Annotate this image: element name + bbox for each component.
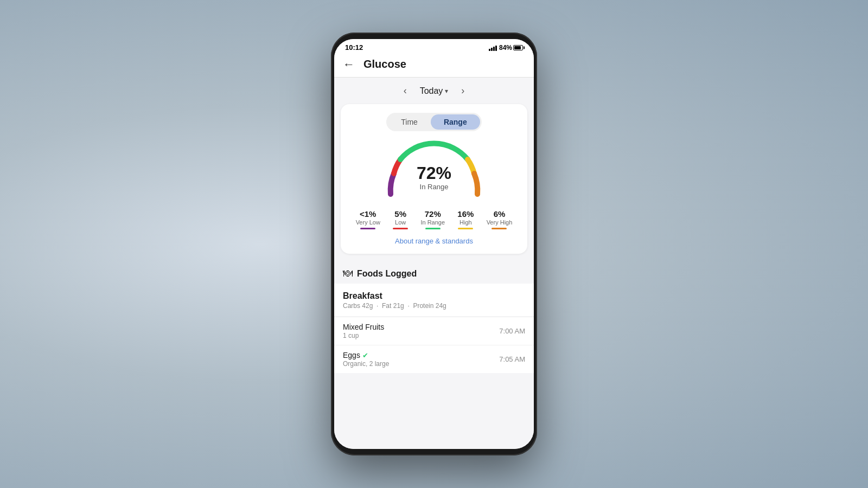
breakfast-title: Breakfast bbox=[343, 291, 525, 301]
stat-low-name: Low bbox=[393, 219, 408, 226]
stat-high: 16% High bbox=[457, 209, 474, 229]
stat-low-pct: 5% bbox=[393, 209, 408, 219]
stat-very-high: 6% Very High bbox=[487, 209, 513, 229]
time-toggle-button[interactable]: Time bbox=[388, 114, 431, 130]
stat-very-low-bar bbox=[360, 228, 375, 229]
date-navigation: ‹ Today ▾ › bbox=[334, 78, 534, 104]
gauge-center-text: 72% In Range bbox=[417, 164, 451, 191]
status-right: 84% bbox=[489, 44, 523, 52]
stat-high-bar bbox=[458, 228, 473, 229]
battery-fill bbox=[514, 46, 521, 49]
breakfast-macros: Carbs 42g · Fat 21g · Protein 24g bbox=[343, 302, 525, 310]
page-header: ← Glucose bbox=[334, 54, 534, 78]
stat-high-pct: 16% bbox=[457, 209, 474, 219]
foods-section-header: 🍽 Foods Logged bbox=[334, 260, 534, 284]
food-item-eggs[interactable]: Eggs ✔ Organic, 2 large 7:05 AM bbox=[334, 345, 534, 373]
status-bar: 10:12 84% bbox=[334, 39, 534, 54]
stat-very-high-name: Very High bbox=[487, 219, 513, 226]
stat-low: 5% Low bbox=[393, 209, 408, 229]
food-item-name-eggs: Eggs ✔ bbox=[343, 351, 389, 359]
food-item-mixed-fruits[interactable]: Mixed Fruits 1 cup 7:00 AM bbox=[334, 317, 534, 345]
food-item-time-eggs: 7:05 AM bbox=[499, 355, 525, 363]
gauge-in-range-label: In Range bbox=[417, 183, 451, 191]
battery-icon bbox=[513, 45, 523, 50]
foods-section-title: Foods Logged bbox=[357, 269, 417, 279]
range-toggle-button[interactable]: Range bbox=[431, 114, 480, 130]
food-item-detail: 1 cup bbox=[343, 332, 384, 339]
gauge-percent: 72% bbox=[417, 164, 451, 182]
stat-very-low: <1% Very Low bbox=[356, 209, 380, 229]
signal-icon bbox=[489, 44, 497, 51]
foods-icon: 🍽 bbox=[343, 268, 353, 279]
stats-row: <1% Very Low 5% Low 72% In Range bbox=[349, 209, 519, 229]
food-item-name: Mixed Fruits bbox=[343, 323, 384, 331]
status-time: 10:12 bbox=[345, 43, 363, 52]
food-item-detail-eggs: Organic, 2 large bbox=[343, 360, 389, 368]
gauge-chart: 72% In Range bbox=[380, 140, 488, 205]
stat-in-range: 72% In Range bbox=[420, 209, 445, 229]
stat-very-high-bar bbox=[492, 228, 507, 229]
back-button[interactable]: ← bbox=[343, 59, 355, 70]
battery-indicator: 84% bbox=[499, 44, 523, 52]
stat-high-name: High bbox=[457, 219, 474, 226]
about-range-link[interactable]: About range & standards bbox=[349, 237, 519, 245]
stat-very-low-pct: <1% bbox=[356, 209, 380, 219]
view-toggle: Time Range bbox=[386, 113, 481, 131]
prev-date-button[interactable]: ‹ bbox=[404, 85, 407, 97]
phone-frame: 10:12 84% ← Glucose bbox=[331, 33, 537, 455]
stat-in-range-pct: 72% bbox=[420, 209, 445, 219]
verified-icon: ✔ bbox=[362, 351, 368, 359]
stat-very-low-name: Very Low bbox=[356, 219, 380, 226]
phone-screen: 10:12 84% ← Glucose bbox=[334, 39, 534, 449]
page-title: Glucose bbox=[363, 58, 406, 70]
stat-low-bar bbox=[393, 228, 408, 229]
stat-in-range-bar bbox=[425, 228, 441, 229]
breakfast-group: Breakfast Carbs 42g · Fat 21g · Protein … bbox=[334, 284, 534, 316]
date-dropdown-icon: ▾ bbox=[445, 87, 448, 95]
food-item-time: 7:00 AM bbox=[499, 327, 525, 335]
date-text: Today bbox=[420, 86, 443, 96]
battery-pct: 84% bbox=[499, 44, 512, 52]
stat-in-range-name: In Range bbox=[420, 219, 445, 226]
date-display[interactable]: Today ▾ bbox=[420, 86, 449, 96]
content-area: ‹ Today ▾ › Time Range bbox=[334, 78, 534, 449]
next-date-button[interactable]: › bbox=[461, 85, 464, 97]
stat-very-high-pct: 6% bbox=[487, 209, 513, 219]
gauge-card: Time Range bbox=[341, 104, 527, 254]
